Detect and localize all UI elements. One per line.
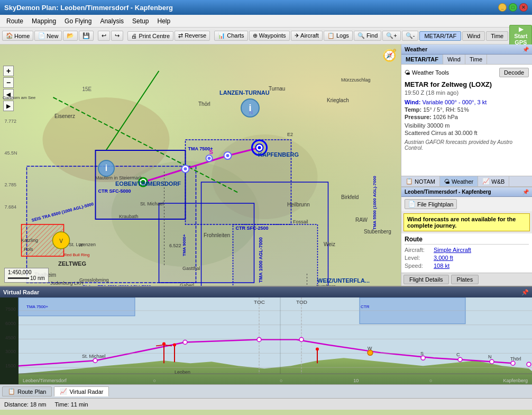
flight-details-tab[interactable]: Flight Details (403, 275, 449, 284)
menu-mapping[interactable]: Mapping (27, 16, 60, 26)
virtual-radar-header: Virtual Radar 📌 (0, 287, 532, 297)
metar-pressure: Pressure: 1026 hPa (405, 114, 529, 120)
weather-section: Weather 📌 METAR/TAF Wind Time 🌤 Weather … (401, 44, 532, 176)
north-arrow: 🧭 (382, 49, 397, 62)
metar-taf-tab[interactable]: METAR/TAF (419, 31, 461, 41)
time-tab[interactable]: Time (486, 31, 508, 41)
start-gps-button[interactable]: ▶ Start GPS (509, 25, 532, 47)
plates-tab[interactable]: Plates (451, 275, 479, 284)
flight-plan-header: Leoben/Timmersdorf - Kapfenberg 📌 (401, 187, 532, 197)
decode-button[interactable]: Decode (499, 68, 529, 77)
aircraft-button[interactable]: ✈ Aircraft (291, 31, 323, 41)
zoomout-button[interactable]: 🔍- (402, 31, 419, 41)
svg-text:C: C (456, 352, 460, 357)
vr-x-labels: Leoben/Timmersdorf ○ ○ 10 ○ Kapfenberg (19, 378, 532, 383)
wind-warning: Wind forecasts are not available for the… (403, 213, 530, 231)
menu-go-flying[interactable]: Go Flying (60, 16, 96, 26)
route-section: Route Aircraft: Simple Aircraft Level: 3… (401, 233, 532, 273)
redo-button[interactable]: ↪ (111, 31, 123, 41)
file-flightplan-button[interactable]: 📄 File Flightplan (405, 199, 457, 209)
svg-text:6000: 6000 (5, 321, 16, 326)
map-area[interactable]: + − ◀ ▶ (0, 44, 401, 286)
print-centre-button[interactable]: 🖨 Print Centre (127, 31, 173, 41)
notam-section: 📋 NOTAM 🌤 Weather 📈 W&B (401, 176, 532, 187)
svg-point-71 (421, 356, 425, 360)
zoom-in-map[interactable]: + (3, 66, 14, 76)
level-row: Level: 3,000 ft (405, 255, 529, 261)
weather-pin[interactable]: 📌 (522, 47, 529, 52)
menu-help[interactable]: Help (153, 16, 175, 26)
svg-point-66 (93, 358, 97, 363)
window-title: SkyDemon Plan: Leoben/Timmersdorf - Kapf… (4, 4, 173, 12)
title-bar: SkyDemon Plan: Leoben/Timmersdorf - Kapf… (0, 0, 532, 15)
level-value[interactable]: 3,000 ft (434, 255, 453, 261)
route-title: Route (405, 236, 529, 245)
reverse-button[interactable]: ⇄ Reverse (175, 31, 210, 41)
virtual-radar-content[interactable]: TOC TOD 7500 6000 4500 3000 1500 (0, 297, 532, 384)
save-button[interactable]: 💾 (79, 31, 94, 41)
svg-text:N: N (488, 354, 492, 359)
weather-content[interactable]: 🌤 Weather Tools Decode METAR for Zeltweg… (401, 65, 532, 176)
svg-text:CTR: CTR (361, 304, 370, 309)
waypoints-button[interactable]: ⊕ Waypoints (249, 31, 290, 41)
weather-header: Weather 📌 (401, 44, 532, 55)
new-button[interactable]: 📄 New (34, 31, 62, 41)
notam-tab[interactable]: 📋 NOTAM (401, 176, 440, 186)
svg-point-69 (299, 338, 304, 342)
find-button[interactable]: 🔍 Find (354, 31, 381, 41)
svg-point-86 (162, 342, 166, 345)
close-button[interactable]: ✕ (519, 3, 528, 12)
svg-text:TOD: TOD (296, 299, 307, 305)
svg-point-72 (458, 357, 462, 362)
menu-setup[interactable]: Setup (128, 16, 153, 26)
vr-title: Virtual Radar (3, 289, 39, 295)
pan-left[interactable]: ◀ (3, 89, 14, 100)
metar-wind: Wind: Variable 000° - 000°, 3 kt (405, 99, 529, 105)
virtual-radar-tab[interactable]: 📈 Virtual Radar (54, 386, 109, 396)
time-tab-panel[interactable]: Time (465, 55, 487, 64)
weather-notam-tab[interactable]: 🌤 Weather (440, 176, 478, 186)
wb-tab[interactable]: 📈 W&B (478, 176, 509, 186)
menu-route[interactable]: Route (2, 16, 27, 26)
svg-text:Thörl: Thörl (510, 356, 521, 362)
metar-time: 19:50 Z (18 min ago) (405, 89, 529, 96)
weather-tools-row: 🌤 Weather Tools Decode (405, 68, 529, 77)
svg-text:1500: 1500 (5, 363, 16, 368)
logs-button[interactable]: 📋 Logs (324, 31, 353, 41)
info-bubble-1[interactable]: i (241, 98, 260, 118)
fp-pin[interactable]: 📌 (522, 189, 529, 195)
info-bubble-2[interactable]: i (98, 160, 115, 177)
pan-right[interactable]: ▶ (3, 101, 14, 111)
scale-nm: 10 nm (30, 275, 45, 281)
svg-text:W: W (368, 346, 372, 351)
home-button[interactable]: 🏠 Home (2, 31, 33, 41)
svg-point-67 (183, 340, 187, 345)
route-plan-tab[interactable]: 📋 Route Plan (2, 386, 52, 396)
aircraft-value[interactable]: Simple Aircraft (434, 247, 471, 253)
minimize-button[interactable]: _ (498, 3, 507, 12)
metar-visibility: Visibility 30000 m (405, 122, 529, 129)
open-button[interactable]: 📂 (63, 31, 78, 41)
vr-pin[interactable]: 📌 (521, 289, 529, 296)
svg-text:TOC: TOC (254, 299, 265, 305)
svg-text:TMA 7500+: TMA 7500+ (26, 304, 48, 309)
bottom-right-tabs: Flight Details Plates (401, 273, 532, 286)
undo-button[interactable]: ↩ (98, 31, 110, 41)
svg-text:7500: 7500 (5, 306, 16, 312)
menu-analysis[interactable]: Analysis (96, 16, 128, 26)
zoom-out-map[interactable]: − (3, 77, 14, 88)
bottom-bar: 📋 Route Plan 📈 Virtual Radar (0, 384, 532, 398)
speed-value[interactable]: 108 kt (434, 263, 450, 269)
wind-tab[interactable]: Wind (462, 31, 485, 41)
metar-station: METAR for Zeltweg (LOXZ) (405, 80, 529, 88)
zoomin-button[interactable]: 🔍+ (382, 31, 400, 41)
wind-tab-panel[interactable]: Wind (443, 55, 465, 64)
maximize-button[interactable]: □ (509, 3, 517, 12)
charts-button[interactable]: 📊 Charts (214, 31, 247, 41)
svg-text:Leoben: Leoben (175, 369, 190, 375)
svg-point-73 (490, 359, 494, 364)
speed-row: Speed: 108 kt (405, 263, 529, 269)
vr-x-label-end: Kapfenberg (503, 378, 528, 383)
flight-plan-section: Leoben/Timmersdorf - Kapfenberg 📌 📄 File… (401, 187, 532, 273)
metar-taf-tab-panel[interactable]: METAR/TAF (401, 55, 443, 64)
